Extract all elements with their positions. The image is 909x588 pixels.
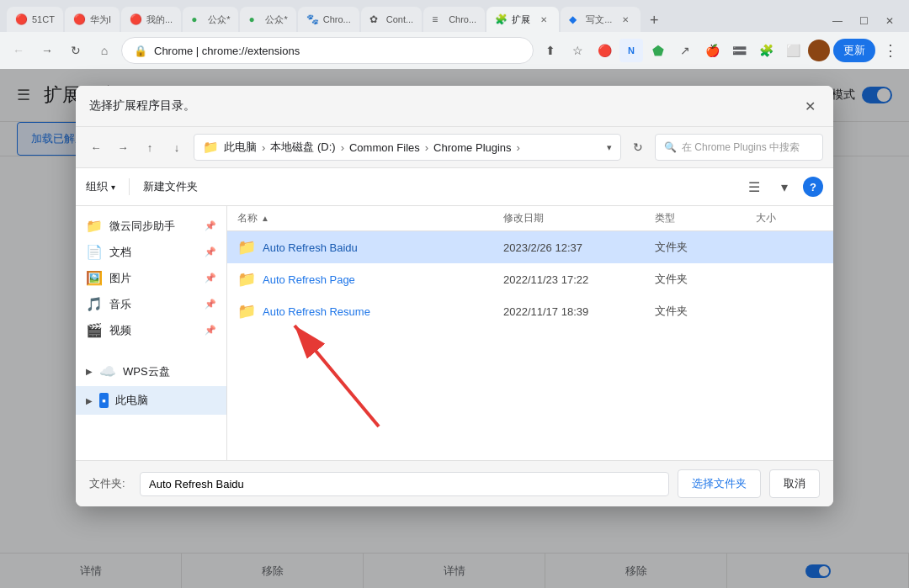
ext-icon-4[interactable]: ↗ <box>673 39 697 62</box>
ext-icon-6[interactable]: 🟰 <box>727 39 751 62</box>
file-type-2: 文件夹 <box>655 304 756 319</box>
file-row-1[interactable]: 📁 Auto Refresh Page 2022/11/23 17:22 文件夹 <box>227 263 833 295</box>
dialog-overlay: 选择扩展程序目录。 ✕ ← → ↑ ↓ 📁 此电脑 › 本地磁盘 (D:) › … <box>0 69 909 588</box>
ext-icon-7[interactable]: 🧩 <box>754 39 778 62</box>
avatar[interactable] <box>808 40 830 61</box>
col-header-size[interactable]: 大小 <box>756 211 823 225</box>
dialog-back-button[interactable]: ← <box>86 137 106 157</box>
tab-huawei[interactable]: 🔴 华为I <box>65 7 120 32</box>
tab-mine[interactable]: 🔴 我的... <box>121 7 181 32</box>
col-name-label: 名称 <box>237 211 258 225</box>
toolbar-view-icons: ☰ ▾ ? <box>742 175 823 199</box>
ext-icon-1[interactable]: 🔴 <box>593 39 616 62</box>
folder-icon-1: 📁 <box>237 270 256 289</box>
sidebar-item-videos[interactable]: 🎬 视频 📌 <box>76 317 226 343</box>
address-text: Chrome | chrome://extensions <box>154 45 521 57</box>
breadcrumb-part-disk[interactable]: 本地磁盘 (D:) <box>270 140 335 155</box>
dialog-down-button[interactable]: ↓ <box>167 137 187 157</box>
breadcrumb-folder-icon: 📁 <box>203 140 219 155</box>
bookmark-icon[interactable]: ☆ <box>566 39 589 62</box>
tab-chro2[interactable]: ≡ Chro... <box>423 7 485 32</box>
tab-cont[interactable]: ✿ Cont... <box>361 7 422 32</box>
dialog-forward-button[interactable]: → <box>113 137 133 157</box>
file-row-0[interactable]: 📁 Auto Refresh Baidu 2023/2/26 12:37 文件夹 <box>227 231 833 263</box>
new-tab-button[interactable]: + <box>642 8 666 32</box>
sidebar-item-pictures[interactable]: 🖼️ 图片 📌 <box>76 265 226 291</box>
tab-close-extensions[interactable]: ✕ <box>537 13 550 26</box>
dialog-toolbar: 组织 ▾ 新建文件夹 ☰ ▾ ? <box>76 168 833 206</box>
col-size-label: 大小 <box>756 211 776 225</box>
help-button[interactable]: ? <box>803 177 823 197</box>
footer-folder-input[interactable] <box>140 472 669 496</box>
breadcrumb-sep-1: › <box>262 141 265 154</box>
dialog-title-bar: 选择扩展程序目录。 ✕ <box>76 86 833 127</box>
close-button[interactable]: ✕ <box>880 13 899 29</box>
back-button[interactable]: ← <box>7 39 30 62</box>
dialog-search-box[interactable]: 🔍 在 Chrome Plugins 中搜索 <box>655 134 823 161</box>
sidebar-section-wps[interactable]: ▶ ☁️ WPS云盘 <box>76 357 226 386</box>
minimize-button[interactable]: — <box>827 13 848 29</box>
sidebar-icon-wps: ☁️ <box>99 363 116 379</box>
new-folder-label: 新建文件夹 <box>143 179 198 194</box>
sidebar-label-documents: 文档 <box>109 245 131 260</box>
sidebar-chevron-mypc: ▶ <box>86 396 93 405</box>
dialog-close-button[interactable]: ✕ <box>800 96 820 116</box>
file-name-cell-2: 📁 Auto Refresh Resume <box>237 302 503 320</box>
address-box[interactable]: 🔒 Chrome | chrome://extensions <box>121 37 534 64</box>
tab-favicon-chro1: 🐾 <box>306 13 318 25</box>
sidebar-icon-pictures: 🖼️ <box>86 270 103 286</box>
browser-menu-button[interactable]: ⋮ <box>879 39 902 62</box>
tab-label-write: 写文... <box>586 13 612 26</box>
file-row-2[interactable]: 📁 Auto Refresh Resume 2022/11/17 18:39 文… <box>227 295 833 327</box>
toolbar-separator <box>129 178 130 195</box>
tab-write[interactable]: ◆ 写文... ✕ <box>561 7 641 32</box>
home-button[interactable]: ⌂ <box>93 39 116 62</box>
tab-gongzhong1[interactable]: ● 公众* <box>183 7 238 32</box>
tab-51ct[interactable]: 🔴 51CT <box>7 7 63 32</box>
tab-label-chro1: Chro... <box>323 14 351 24</box>
update-button[interactable]: 更新 <box>833 39 875 62</box>
cancel-button[interactable]: 取消 <box>769 469 820 498</box>
view-dropdown-button[interactable]: ▾ <box>773 175 796 199</box>
tab-favicon-51ct: 🔴 <box>15 13 27 25</box>
ext-icon-3[interactable]: ⬟ <box>646 39 670 62</box>
ext-icon-8[interactable]: ⬜ <box>781 39 805 62</box>
sidebar-item-music[interactable]: 🎵 音乐 📌 <box>76 291 226 317</box>
maximize-button[interactable]: ☐ <box>854 13 874 29</box>
col-header-date[interactable]: 修改日期 <box>503 211 655 225</box>
dialog-refresh-button[interactable]: ↻ <box>628 137 648 157</box>
dialog-up-button[interactable]: ↑ <box>140 137 160 157</box>
breadcrumb-part-common[interactable]: Common Files <box>349 141 420 154</box>
select-folder-button[interactable]: 选择文件夹 <box>678 469 761 498</box>
ext-icon-5[interactable]: 🍎 <box>700 39 724 62</box>
breadcrumb-sep-2: › <box>341 141 344 154</box>
breadcrumb-part-pc[interactable]: 此电脑 <box>224 140 257 155</box>
tab-extensions[interactable]: 🧩 扩展 ✕ <box>486 7 559 32</box>
reload-button[interactable]: ↻ <box>64 39 88 62</box>
tab-favicon-write: ◆ <box>569 13 581 25</box>
sidebar-label-videos: 视频 <box>109 323 131 338</box>
share-icon[interactable]: ⬆ <box>539 39 562 62</box>
breadcrumb-part-chrome[interactable]: Chrome Plugins <box>433 141 512 154</box>
breadcrumb[interactable]: 📁 此电脑 › 本地磁盘 (D:) › Common Files › Chrom… <box>194 134 621 161</box>
breadcrumb-dropdown[interactable]: ▾ <box>607 142 612 153</box>
tab-gongzhong2[interactable]: ● 公众* <box>240 7 295 32</box>
sidebar-pin-videos: 📌 <box>205 325 216 336</box>
file-name-0: Auto Refresh Baidu <box>263 241 358 254</box>
file-name-cell-1: 📁 Auto Refresh Page <box>237 270 503 289</box>
file-date-2: 2022/11/17 18:39 <box>503 305 655 318</box>
view-list-button[interactable]: ☰ <box>742 175 766 199</box>
new-folder-action[interactable]: 新建文件夹 <box>143 179 198 194</box>
col-header-type[interactable]: 类型 <box>655 211 756 225</box>
tab-close-write[interactable]: ✕ <box>619 13 632 26</box>
sidebar-item-documents[interactable]: 📄 文档 📌 <box>76 239 226 265</box>
ext-icon-2[interactable]: N <box>619 39 643 62</box>
tab-chro1[interactable]: 🐾 Chro... <box>298 7 359 32</box>
sidebar-icon-music: 🎵 <box>86 296 103 312</box>
sidebar-item-weiyun[interactable]: 📁 微云同步助手 📌 <box>76 213 226 239</box>
col-header-name[interactable]: 名称 ▲ <box>237 211 503 225</box>
sidebar-section-mypc[interactable]: ▶ ▪ 此电脑 <box>76 386 226 415</box>
file-name-2: Auto Refresh Resume <box>263 305 370 318</box>
forward-button[interactable]: → <box>35 39 59 62</box>
organize-action[interactable]: 组织 ▾ <box>86 179 115 194</box>
